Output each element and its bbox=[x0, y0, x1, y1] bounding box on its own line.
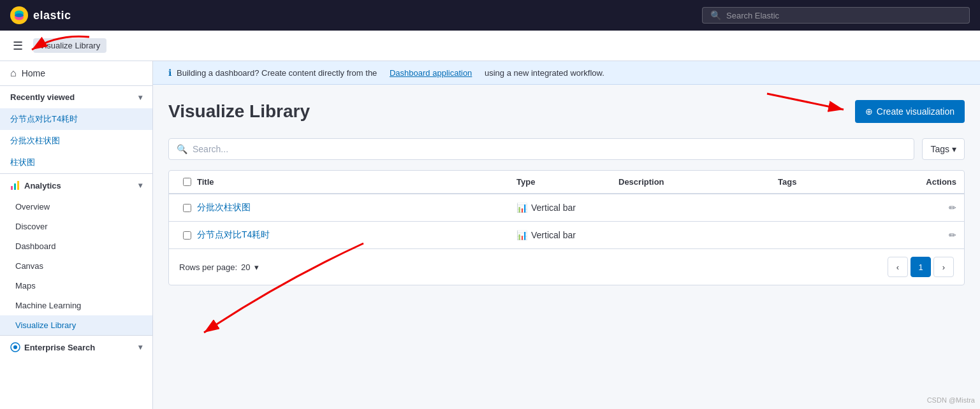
row-2-type: 📊 Vertical bar bbox=[516, 230, 618, 240]
analytics-section: Analytics ▾ Overview Discover Dashboard … bbox=[0, 173, 152, 335]
tags-column-header: Tags bbox=[778, 177, 905, 187]
svg-rect-6 bbox=[14, 183, 16, 190]
arrow-annotation-create bbox=[761, 87, 863, 126]
search-icon: 🔍 bbox=[177, 144, 187, 154]
sidebar-item-visualize-library[interactable]: Visualize Library bbox=[0, 315, 152, 335]
header-checkbox-cell bbox=[177, 178, 197, 186]
row-1-type: 📊 Vertical bar bbox=[516, 203, 618, 213]
table-header: Title Type Description Tags Actions bbox=[169, 171, 964, 194]
sidebar: ⌂ Home Recently viewed ▾ 分节点对比T4耗时 分批次柱状… bbox=[0, 61, 153, 409]
sidebar-item-home[interactable]: ⌂ Home bbox=[0, 61, 152, 85]
analytics-header[interactable]: Analytics ▾ bbox=[0, 174, 152, 197]
hamburger-button[interactable]: ☰ bbox=[10, 36, 26, 55]
top-bar: elastic 🔍 bbox=[0, 0, 980, 31]
title-column-header: Title bbox=[197, 177, 516, 187]
analytics-label: Analytics bbox=[24, 181, 61, 190]
recently-item-1[interactable]: 分批次柱状图 bbox=[0, 130, 152, 152]
rows-per-page-chevron: ▾ bbox=[254, 262, 259, 272]
svg-rect-5 bbox=[11, 186, 13, 190]
select-all-checkbox[interactable] bbox=[183, 178, 191, 186]
recently-viewed-section: Recently viewed ▾ 分节点对比T4耗时 分批次柱状图 柱状图 bbox=[0, 85, 152, 173]
sidebar-home-label: Home bbox=[22, 68, 45, 78]
row-1-title-link[interactable]: 分批次柱状图 bbox=[197, 202, 251, 212]
search-row: 🔍 Tags ▾ bbox=[168, 138, 965, 160]
table-row: 分批次柱状图 📊 Vertical bar ✏ bbox=[169, 194, 964, 222]
info-text: Building a dashboard? Create content dir… bbox=[177, 68, 377, 78]
enterprise-search-chevron: ▾ bbox=[138, 343, 142, 352]
enterprise-search-icon bbox=[10, 342, 20, 352]
analytics-icon bbox=[10, 180, 20, 190]
row-1-actions: ✏ bbox=[905, 203, 956, 213]
enterprise-search-header[interactable]: Enterprise Search ▾ bbox=[0, 336, 152, 359]
row-1-title[interactable]: 分批次柱状图 bbox=[197, 202, 516, 213]
sidebar-item-dashboard[interactable]: Dashboard bbox=[0, 236, 152, 256]
row-1-checkbox-cell bbox=[177, 204, 197, 212]
sidebar-item-canvas[interactable]: Canvas bbox=[0, 256, 152, 276]
top-search-input[interactable] bbox=[726, 11, 962, 20]
second-bar: ☰ Visualize Library bbox=[0, 31, 980, 61]
row-2-checkbox-cell bbox=[177, 231, 197, 240]
row-1-type-label: Vertical bar bbox=[531, 203, 576, 213]
info-icon: ℹ bbox=[168, 68, 172, 78]
row-2-actions: ✏ bbox=[905, 230, 956, 240]
svg-rect-7 bbox=[17, 181, 19, 190]
type-column-header: Type bbox=[516, 177, 618, 187]
row-2-title[interactable]: 分节点对比T4耗时 bbox=[197, 229, 516, 241]
sidebar-item-machine-learning[interactable]: Machine Learning bbox=[0, 296, 152, 315]
recently-viewed-label: Recently viewed bbox=[10, 92, 75, 102]
page-title: Visualize Library bbox=[168, 101, 310, 122]
page-1-button[interactable]: 1 bbox=[911, 257, 931, 277]
row-2-edit-button[interactable]: ✏ bbox=[949, 230, 956, 240]
rows-per-page-label: Rows per page: bbox=[179, 262, 237, 272]
recently-viewed-chevron: ▾ bbox=[138, 93, 142, 102]
search-icon-top: 🔍 bbox=[710, 10, 721, 20]
create-visualization-button[interactable]: ⊕ Create visualization bbox=[855, 100, 965, 123]
recently-viewed-header[interactable]: Recently viewed ▾ bbox=[0, 86, 152, 108]
tags-button[interactable]: Tags ▾ bbox=[922, 138, 965, 160]
table-row: 分节点对比T4耗时 📊 Vertical bar ✏ bbox=[169, 222, 964, 249]
sidebar-item-overview[interactable]: Overview bbox=[0, 197, 152, 217]
elastic-logo-icon bbox=[10, 6, 28, 24]
vertical-bar-icon-2: 📊 bbox=[516, 230, 527, 240]
enterprise-search-section: Enterprise Search ▾ bbox=[0, 335, 152, 359]
row-1-checkbox[interactable] bbox=[183, 204, 191, 212]
row-2-type-label: Vertical bar bbox=[531, 230, 576, 240]
top-search-box[interactable]: 🔍 bbox=[702, 7, 970, 24]
content-area: ℹ Building a dashboard? Create content d… bbox=[153, 61, 980, 409]
info-banner: ℹ Building a dashboard? Create content d… bbox=[153, 61, 980, 85]
row-2-title-link[interactable]: 分节点对比T4耗时 bbox=[197, 229, 270, 240]
description-column-header: Description bbox=[618, 177, 778, 187]
elastic-wordmark: elastic bbox=[33, 9, 71, 22]
enterprise-search-label: Enterprise Search bbox=[24, 343, 95, 352]
page-content: Visualize Library ⊕ Create visualizat bbox=[153, 85, 980, 301]
search-box[interactable]: 🔍 bbox=[168, 138, 914, 160]
prev-page-button[interactable]: ‹ bbox=[888, 257, 908, 277]
rows-per-page[interactable]: Rows per page: 20 ▾ bbox=[179, 262, 259, 272]
tags-label: Tags bbox=[930, 144, 949, 154]
svg-point-3 bbox=[15, 13, 24, 17]
vertical-bar-icon-1: 📊 bbox=[516, 203, 527, 213]
analytics-chevron: ▾ bbox=[138, 181, 142, 190]
visualization-table: Title Type Description Tags Actions 分批次柱… bbox=[168, 170, 965, 285]
info-text2: using a new integrated workflow. bbox=[485, 68, 604, 78]
sidebar-item-discover[interactable]: Discover bbox=[0, 217, 152, 236]
row-1-edit-button[interactable]: ✏ bbox=[949, 203, 956, 213]
pagination: ‹ 1 › bbox=[888, 257, 954, 277]
recently-item-0[interactable]: 分节点对比T4耗时 bbox=[0, 108, 152, 130]
svg-point-9 bbox=[13, 345, 17, 349]
recently-item-2[interactable]: 柱状图 bbox=[0, 152, 152, 173]
watermark: CSDN @Mistra bbox=[927, 396, 975, 404]
sidebar-item-maps[interactable]: Maps bbox=[0, 276, 152, 296]
create-btn-label: Create visualization bbox=[877, 106, 954, 117]
next-page-button[interactable]: › bbox=[933, 257, 954, 277]
row-2-checkbox[interactable] bbox=[183, 231, 191, 240]
create-plus-icon: ⊕ bbox=[865, 106, 873, 117]
home-icon: ⌂ bbox=[10, 68, 17, 79]
dashboard-application-link[interactable]: Dashboard application bbox=[390, 68, 472, 78]
search-input[interactable] bbox=[193, 144, 906, 154]
tooltip-badge: Visualize Library bbox=[33, 38, 106, 53]
tags-chevron-icon: ▾ bbox=[952, 144, 956, 154]
elastic-logo-area: elastic bbox=[10, 6, 71, 24]
main-layout: ⌂ Home Recently viewed ▾ 分节点对比T4耗时 分批次柱状… bbox=[0, 61, 980, 409]
actions-column-header: Actions bbox=[905, 177, 956, 187]
